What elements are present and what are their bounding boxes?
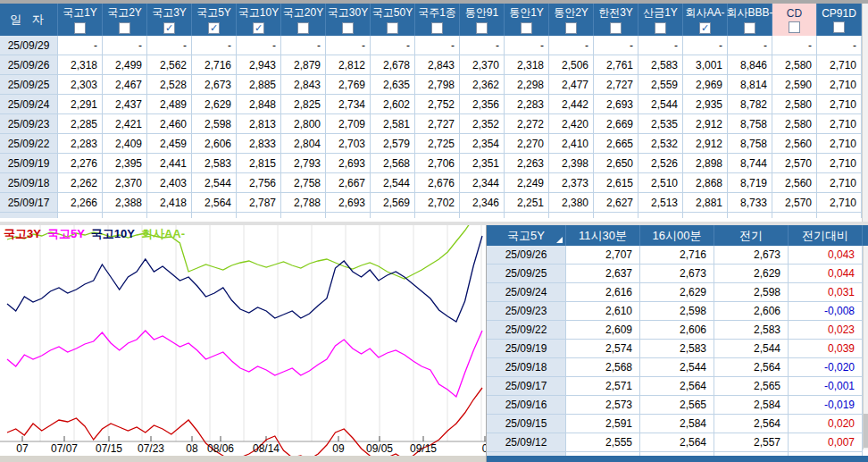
yield-cell: - xyxy=(505,36,549,55)
column-checkbox[interactable] xyxy=(744,22,755,34)
column-checkbox[interactable] xyxy=(565,22,577,34)
yield-cell: 2,943 xyxy=(237,55,281,75)
detail-date-cell: 25/09/24 xyxy=(487,283,566,302)
detail-header-1130[interactable]: 11시30분 xyxy=(566,225,640,246)
column-checkbox[interactable]: ✓ xyxy=(163,22,175,34)
detail-change-cell: -0,020 xyxy=(789,358,863,377)
yield-cell: 8,758 xyxy=(728,114,772,134)
detail-rows: 25/09/262,7072,7162,6730,04325/09/252,63… xyxy=(487,246,868,459)
column-checkbox[interactable] xyxy=(833,21,845,33)
column-checkbox[interactable]: ✓ xyxy=(208,22,220,34)
detail-1600-cell: 2,598 xyxy=(640,302,714,321)
yield-line-chart xyxy=(0,225,487,459)
column-header-국고5Y[interactable]: 국고5Y✓ xyxy=(192,4,237,36)
yield-cell: 2,868 xyxy=(683,173,728,193)
column-header-국고10Y[interactable]: 국고10Y✓ xyxy=(237,4,281,36)
detail-header-series-label: 국고5Y xyxy=(507,228,545,244)
yield-cell: 2,667 xyxy=(326,173,371,193)
top-table-scrollbar[interactable] xyxy=(862,4,868,222)
column-header-CD[interactable]: CD xyxy=(772,4,817,36)
yield-cell: 2,285 xyxy=(58,114,103,134)
yield-cell: 2,669 xyxy=(594,114,638,134)
column-checkbox[interactable] xyxy=(74,22,86,34)
table-row: 25/09/242,2912,4372,4892,6292,8482,8252,… xyxy=(0,95,862,114)
column-checkbox[interactable] xyxy=(476,22,488,34)
column-header-국고50Y[interactable]: 국고50Y xyxy=(371,4,415,36)
column-header-회사BBB-[interactable]: 회사BBB- xyxy=(728,4,772,36)
column-checkbox[interactable]: ✓ xyxy=(699,22,711,34)
column-header-한전3Y[interactable]: 한전3Y xyxy=(594,4,638,36)
column-header-산금1Y[interactable]: 산금1Y xyxy=(638,4,683,36)
detail-prev-cell: 2,564 xyxy=(714,415,789,433)
detail-row: 25/09/222,6092,6062,5830,023 xyxy=(487,321,868,340)
detail-1130-cell: 2,574 xyxy=(566,340,640,358)
yield-cell: 2,528 xyxy=(147,75,192,95)
column-header-CP91D[interactable]: CP91D xyxy=(817,4,862,36)
yield-cell: 2,635 xyxy=(371,75,415,95)
yield-cell: 2,272 xyxy=(505,114,549,134)
yield-cell: 2,598 xyxy=(192,114,237,134)
partial-cell xyxy=(772,213,817,218)
yield-history-table: 일 자 국고1Y국고2Y국고3Y✓국고5Y✓국고10Y✓국고20Y국고30Y국고… xyxy=(0,4,862,222)
x-axis-label: 09/05 xyxy=(366,442,393,455)
detail-1600-cell: 2,584 xyxy=(640,415,714,433)
yield-cell: 2,276 xyxy=(58,154,103,173)
column-checkbox[interactable] xyxy=(610,22,622,34)
column-checkbox[interactable] xyxy=(387,22,398,34)
column-header-국고3Y[interactable]: 국고3Y✓ xyxy=(147,4,192,36)
table-row: 25/09/252,3032,4672,5282,6732,8852,8432,… xyxy=(0,75,862,95)
detail-change-cell: 0,043 xyxy=(789,246,863,265)
column-header-회사AA-[interactable]: 회사AA-✓ xyxy=(683,4,728,36)
yield-cell: 2,969 xyxy=(683,75,728,95)
detail-1600-cell: 2,544 xyxy=(640,358,714,377)
detail-header-prev[interactable]: 전기 xyxy=(714,225,789,246)
column-header-국고20Y[interactable]: 국고20Y xyxy=(281,4,326,36)
detail-header-series[interactable]: 국고5Y xyxy=(487,225,566,246)
column-checkbox[interactable]: ✓ xyxy=(253,22,264,34)
column-header-label: 한전3Y xyxy=(598,5,633,21)
column-header-국고2Y[interactable]: 국고2Y xyxy=(103,4,147,36)
column-header-통안91[interactable]: 통안91 xyxy=(460,4,505,36)
column-header-통안2Y[interactable]: 통안2Y xyxy=(549,4,594,36)
yield-cell: 2,710 xyxy=(817,173,862,193)
detail-table-scrollbar[interactable] xyxy=(863,246,868,449)
yield-cell: - xyxy=(237,36,281,55)
column-header-통안1Y[interactable]: 통안1Y xyxy=(505,4,549,36)
yield-cell: 2,881 xyxy=(683,193,728,213)
column-checkbox[interactable] xyxy=(655,22,666,34)
partial-cell xyxy=(103,213,147,218)
detail-bottom-bar xyxy=(487,456,868,462)
detail-1130-cell: 2,616 xyxy=(566,283,640,302)
column-header-국주1종[interactable]: 국주1종 xyxy=(415,4,460,36)
detail-row: 25/09/232,6102,5982,606-0,008 xyxy=(487,302,868,321)
partial-date-cell xyxy=(0,213,58,218)
chart-legend: 국고3Y국고5Y국고10Y회사AA- xyxy=(4,226,185,242)
yield-cell: 2,710 xyxy=(817,193,862,213)
yield-cell: 2,298 xyxy=(505,75,549,95)
yield-cell: 2,506 xyxy=(549,55,594,75)
yield-cell: 2,627 xyxy=(594,193,638,213)
yield-cell: 2,477 xyxy=(549,75,594,95)
detail-header-change[interactable]: 전기대비 xyxy=(789,225,863,246)
column-checkbox[interactable] xyxy=(431,22,443,34)
detail-date-cell: 25/09/23 xyxy=(487,302,566,321)
column-checkbox[interactable] xyxy=(521,22,532,34)
detail-change-cell: -0,008 xyxy=(789,302,863,321)
column-checkbox[interactable] xyxy=(789,21,800,33)
partial-cell xyxy=(147,213,192,218)
partial-cell xyxy=(505,213,549,218)
detail-header-1600[interactable]: 16시00분 xyxy=(640,225,714,246)
column-header-국고1Y[interactable]: 국고1Y xyxy=(58,4,103,36)
column-checkbox[interactable] xyxy=(297,22,309,34)
yield-cell: 2,581 xyxy=(371,114,415,134)
column-checkbox[interactable] xyxy=(342,22,354,34)
legend-item-회사AA-: 회사AA- xyxy=(141,226,185,242)
column-checkbox[interactable] xyxy=(119,22,130,34)
yield-cell: - xyxy=(326,36,371,55)
yield-cell: - xyxy=(371,36,415,55)
detail-row: 25/09/172,5712,5642,565-0,001 xyxy=(487,377,868,396)
yield-table-header-row: 일 자 국고1Y국고2Y국고3Y✓국고5Y✓국고10Y✓국고20Y국고30Y국고… xyxy=(0,4,862,36)
column-header-국고30Y[interactable]: 국고30Y xyxy=(326,4,371,36)
yield-cell: 2,380 xyxy=(549,193,594,213)
scrollbar-thumb[interactable] xyxy=(864,414,868,448)
